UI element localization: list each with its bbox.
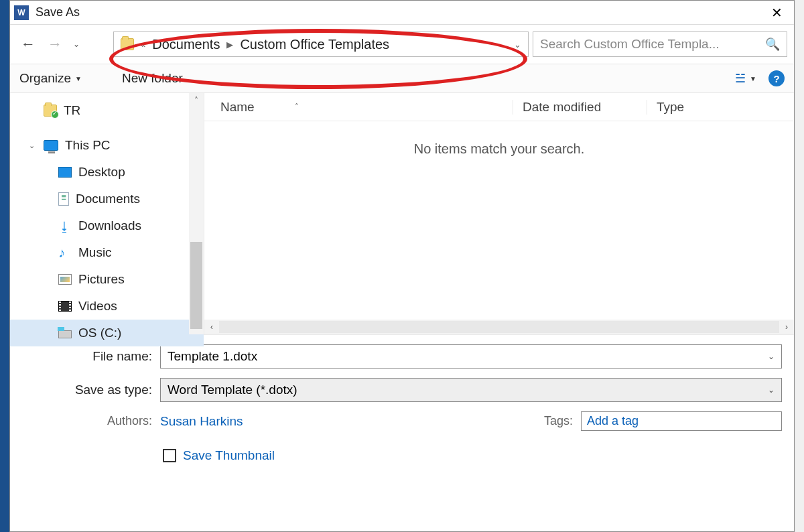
save-as-dialog: W Save As ✕ ← → ⌄ ↑ « Documents ▶ Custom… (9, 0, 795, 532)
saveastype-label: Save as type: (22, 383, 152, 397)
search-icon[interactable]: 🔍 (765, 37, 780, 52)
new-folder-button[interactable]: New folder (122, 71, 183, 86)
filename-label: File name: (22, 349, 152, 364)
sidebar-item-tr[interactable]: TR (10, 97, 204, 124)
sort-indicator-icon: ˄ (295, 103, 299, 111)
address-bar[interactable]: « Documents ▶ Custom Office Templates ⌄ (113, 31, 529, 57)
pictures-icon (58, 274, 72, 285)
breadcrumb-seg-custom-templates[interactable]: Custom Office Templates (240, 37, 389, 52)
dropdown-arrow-icon[interactable]: ⌄ (768, 385, 775, 395)
organize-button[interactable]: Organize ▼ (19, 71, 82, 86)
sidebar-item-videos[interactable]: Videos (10, 293, 204, 320)
window-left-edge (0, 0, 9, 532)
tags-input[interactable]: Add a tag (581, 411, 782, 431)
documents-icon (58, 192, 69, 206)
close-button[interactable]: ✕ (763, 3, 790, 22)
dropdown-arrow-icon: ▼ (750, 75, 756, 82)
sidebar-item-documents[interactable]: Documents (10, 186, 204, 212)
column-name[interactable]: Name ˄ (204, 100, 513, 115)
desktop-icon (58, 167, 72, 178)
recent-locations-button[interactable]: ⌄ (70, 40, 82, 49)
search-placeholder: Search Custom Office Templa... (540, 37, 720, 52)
save-thumbnail-checkbox[interactable] (163, 449, 176, 462)
videos-icon (58, 301, 72, 312)
titlebar: W Save As ✕ (10, 1, 794, 25)
details-view-icon: ☱ (735, 71, 746, 86)
saveastype-combo[interactable]: Word Template (*.dotx) ⌄ (160, 378, 782, 402)
authors-value[interactable]: Susan Harkins (160, 414, 243, 429)
scroll-right-icon[interactable]: › (779, 322, 794, 332)
navigation-pane: TR ⌄ This PC Desktop Documents ⭳ Downloa… (10, 93, 204, 334)
view-mode-button[interactable]: ☱ ▼ (735, 71, 756, 86)
file-list-area: Name ˄ Date modified Type No items match… (204, 93, 794, 334)
word-app-icon: W (14, 5, 29, 20)
save-form: File name: Template 1.dotx ⌄ Save as typ… (10, 334, 794, 470)
help-button[interactable]: ? (768, 70, 785, 86)
tags-label: Tags: (544, 414, 573, 428)
search-input[interactable]: Search Custom Office Templa... 🔍 (533, 31, 787, 57)
sidebar-scrollbar[interactable]: ˄ ˅ (189, 93, 204, 334)
toolbar: Organize ▼ New folder ☱ ▼ ? (10, 64, 794, 93)
sidebar-item-music[interactable]: ♪ Music (10, 239, 204, 266)
column-headers: Name ˄ Date modified Type (204, 93, 794, 121)
scroll-track[interactable] (189, 108, 204, 320)
nav-bar: ← → ⌄ ↑ « Documents ▶ Custom Office Temp… (10, 25, 794, 64)
dialog-title: Save As (36, 5, 763, 19)
scroll-left-icon[interactable]: ‹ (204, 322, 219, 332)
folder-icon (121, 38, 134, 50)
sidebar-item-pictures[interactable]: Pictures (10, 266, 204, 293)
explorer-body: TR ⌄ This PC Desktop Documents ⭳ Downloa… (10, 93, 794, 334)
scroll-track[interactable] (219, 321, 779, 333)
horizontal-scrollbar[interactable]: ‹ › (204, 320, 794, 334)
expand-icon[interactable]: ⌄ (29, 141, 35, 150)
folder-icon (44, 105, 57, 117)
breadcrumb-seg-documents[interactable]: Documents (152, 37, 220, 52)
forward-button[interactable]: → (44, 33, 66, 56)
dropdown-arrow-icon[interactable]: ⌄ (768, 352, 775, 361)
chevron-down-icon[interactable]: ⌄ (514, 40, 521, 50)
scroll-up-icon[interactable]: ˄ (189, 93, 204, 108)
sidebar-item-desktop[interactable]: Desktop (10, 159, 204, 186)
sidebar-item-os-c[interactable]: OS (C:) (10, 320, 204, 346)
column-date-modified[interactable]: Date modified (513, 100, 647, 115)
authors-label: Authors: (22, 414, 152, 428)
back-button[interactable]: ← (17, 33, 40, 56)
empty-message: No items match your search. (204, 121, 794, 320)
music-icon: ♪ (58, 247, 72, 259)
column-type[interactable]: Type (647, 100, 794, 115)
sidebar-item-this-pc[interactable]: ⌄ This PC (10, 132, 204, 159)
filename-input[interactable]: Template 1.dotx ⌄ (160, 344, 782, 369)
chevron-right-icon[interactable]: ▶ (226, 40, 233, 50)
scroll-thumb[interactable] (190, 242, 202, 329)
dropdown-arrow-icon: ▼ (75, 75, 82, 82)
pc-icon (44, 140, 58, 151)
sidebar-item-downloads[interactable]: ⭳ Downloads (10, 212, 204, 239)
breadcrumb-overflow-icon[interactable]: « (141, 40, 145, 50)
save-thumbnail-label[interactable]: Save Thumbnail (183, 448, 275, 463)
drive-icon (58, 330, 72, 338)
downloads-icon: ⭳ (58, 220, 72, 232)
